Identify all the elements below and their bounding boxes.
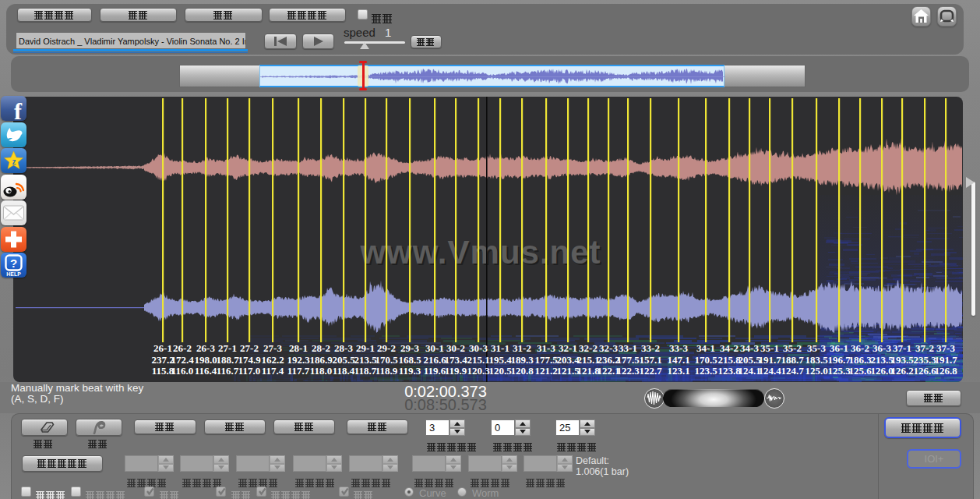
svg-text:34-2: 34-2 (720, 342, 739, 354)
svg-text:116.7: 116.7 (217, 365, 239, 377)
svg-text:34-3: 34-3 (740, 342, 759, 354)
svg-text:27-1: 27-1 (218, 342, 237, 354)
svg-text:31-3: 31-3 (537, 342, 555, 354)
svg-text:36-2: 36-2 (851, 342, 869, 354)
svg-text:126.2: 126.2 (890, 365, 913, 377)
svg-text:26-2: 26-2 (173, 342, 192, 354)
svg-text:174.9: 174.9 (238, 354, 261, 366)
svg-text:173.4: 173.4 (444, 354, 467, 366)
svg-text:36-3: 36-3 (872, 342, 891, 354)
svg-text:213.5: 213.5 (354, 354, 377, 366)
svg-text:120.5: 120.5 (488, 365, 512, 377)
svg-text:120.8: 120.8 (510, 365, 534, 377)
svg-text:216.6: 216.6 (423, 354, 446, 366)
svg-text:30-3: 30-3 (469, 342, 488, 354)
svg-text:35-2: 35-2 (783, 342, 802, 354)
svg-text:186.3: 186.3 (848, 354, 872, 366)
svg-text:27-3: 27-3 (263, 342, 282, 354)
svg-text:117.4: 117.4 (262, 365, 284, 377)
svg-text:188.7: 188.7 (781, 354, 804, 366)
svg-text:37-2: 37-2 (915, 342, 934, 354)
svg-text:27-2: 27-2 (240, 342, 259, 354)
svg-text:124.7: 124.7 (781, 365, 804, 377)
svg-text:28-1: 28-1 (289, 342, 308, 354)
svg-text:HELP: HELP (6, 271, 21, 277)
svg-text:177.5: 177.5 (534, 354, 558, 366)
svg-text:37-3: 37-3 (936, 342, 955, 354)
svg-text:215.1: 215.1 (576, 354, 599, 366)
svg-text:122.3: 122.3 (616, 365, 640, 377)
svg-text:188.7: 188.7 (216, 354, 239, 366)
svg-text:33-1: 33-1 (619, 342, 637, 354)
svg-text:118.4: 118.4 (333, 365, 355, 377)
svg-text:32-3: 32-3 (599, 342, 618, 354)
svg-text:118.7: 118.7 (354, 365, 377, 377)
svg-text:35-1: 35-1 (760, 342, 779, 354)
svg-text:168.5: 168.5 (398, 354, 421, 366)
svg-text:34-1: 34-1 (696, 342, 715, 354)
svg-text:170.5: 170.5 (375, 354, 398, 366)
svg-text:177.5: 177.5 (616, 354, 640, 366)
svg-text:122.7: 122.7 (639, 365, 662, 377)
svg-text:126.8: 126.8 (934, 365, 957, 377)
svg-text:28-3: 28-3 (334, 342, 353, 354)
svg-text:125.6: 125.6 (848, 365, 872, 377)
svg-text:191.7: 191.7 (934, 354, 957, 366)
svg-text:126.0: 126.0 (870, 365, 893, 377)
svg-text:26-3: 26-3 (196, 342, 215, 354)
svg-text:31-2: 31-2 (513, 342, 531, 354)
svg-text:125.0: 125.0 (805, 365, 827, 377)
svg-text:196.7: 196.7 (827, 354, 851, 366)
svg-text:117.7: 117.7 (287, 365, 310, 377)
svg-text:35-3: 35-3 (807, 342, 826, 354)
svg-text:f: f (14, 98, 23, 121)
svg-text:29-2: 29-2 (377, 342, 396, 354)
svg-text:205.5: 205.5 (332, 354, 355, 366)
svg-text:189.3: 189.3 (510, 354, 534, 366)
svg-text:147.1: 147.1 (667, 354, 689, 366)
svg-text:124.1: 124.1 (738, 365, 760, 377)
svg-text:124.4: 124.4 (758, 365, 781, 377)
svg-text:121.2: 121.2 (534, 365, 557, 377)
svg-text:120.3: 120.3 (467, 365, 490, 377)
svg-text:193.5: 193.5 (890, 354, 914, 366)
svg-text:30-2: 30-2 (446, 342, 465, 354)
svg-text:32-2: 32-2 (579, 342, 598, 354)
svg-text:29-3: 29-3 (400, 342, 419, 354)
svg-text:116.4: 116.4 (195, 365, 217, 377)
svg-text:157.1: 157.1 (639, 354, 661, 366)
svg-text:?: ? (10, 257, 17, 270)
svg-text:162.2: 162.2 (261, 354, 284, 366)
svg-text:z: z (12, 157, 16, 166)
svg-text:126.6: 126.6 (913, 365, 936, 377)
svg-text:117.0: 117.0 (238, 365, 261, 377)
svg-text:191.7: 191.7 (758, 354, 781, 366)
svg-text:36-1: 36-1 (830, 342, 848, 354)
svg-text:32-1: 32-1 (559, 342, 577, 354)
svg-text:118.9: 118.9 (375, 365, 398, 377)
svg-text:192.3: 192.3 (287, 354, 310, 366)
svg-text:125.3: 125.3 (827, 365, 851, 377)
svg-text:116.0: 116.0 (171, 365, 194, 377)
svg-text:183.5: 183.5 (805, 354, 828, 366)
svg-text:195.4: 195.4 (488, 354, 512, 366)
svg-text:118.0: 118.0 (310, 365, 333, 377)
svg-text:235.3: 235.3 (913, 354, 936, 366)
svg-text:170.5: 170.5 (694, 354, 717, 366)
svg-text:186.9: 186.9 (309, 354, 333, 366)
svg-text:30-1: 30-1 (425, 342, 444, 354)
svg-text:119.3: 119.3 (399, 365, 421, 377)
svg-text:29-1: 29-1 (356, 342, 375, 354)
svg-text:123.5: 123.5 (694, 365, 717, 377)
svg-text:31-1: 31-1 (491, 342, 509, 354)
svg-text:198.0: 198.0 (194, 354, 217, 366)
svg-text:www.Vmus.net: www.Vmus.net (359, 234, 601, 271)
svg-text:215.1: 215.1 (467, 354, 489, 366)
svg-text:119.6: 119.6 (424, 365, 446, 377)
svg-text:123.1: 123.1 (667, 365, 689, 377)
svg-text:37-1: 37-1 (893, 342, 911, 354)
svg-text:172.4: 172.4 (171, 354, 194, 366)
svg-text:28-2: 28-2 (312, 342, 330, 354)
svg-text:119.9: 119.9 (445, 365, 467, 377)
svg-text:26-1: 26-1 (153, 342, 172, 354)
